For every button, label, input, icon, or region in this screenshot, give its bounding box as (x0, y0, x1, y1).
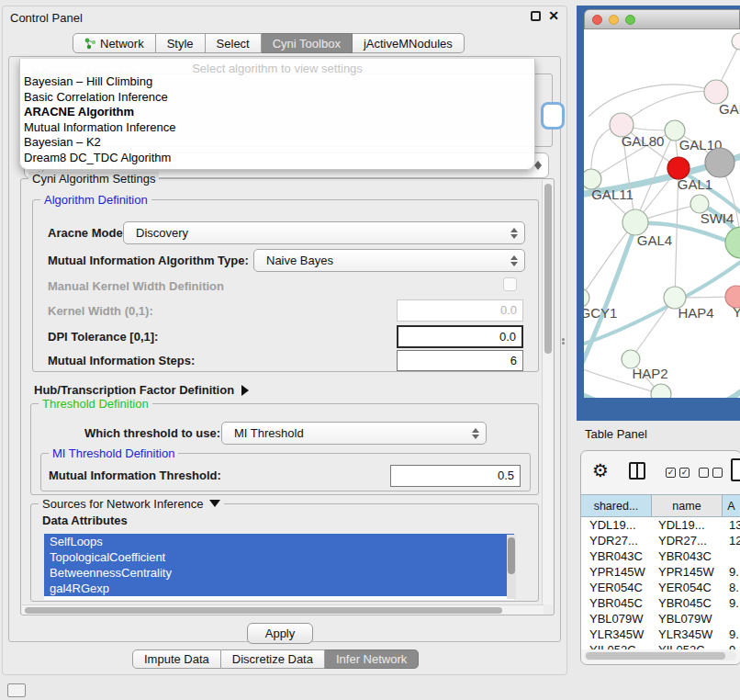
group-title: Algorithm Definition (40, 193, 151, 207)
apply-button[interactable]: Apply (247, 623, 313, 644)
close-button[interactable] (592, 15, 602, 25)
tab-style[interactable]: Style (156, 33, 206, 53)
minimize-button[interactable] (609, 15, 619, 25)
network-node-gal4[interactable] (622, 209, 648, 235)
float-icon[interactable] (531, 11, 541, 21)
attribute-item[interactable]: TopologicalCoefficient (44, 549, 514, 565)
manual-kernel-width-label: Manual Kernel Width Definition (48, 279, 224, 293)
table-row[interactable]: YBR045CYBR045C9. (581, 595, 740, 611)
data-attributes-label: Data Attributes (42, 514, 128, 527)
splitter-grip[interactable] (560, 337, 566, 347)
algorithm-option-highlighted[interactable]: ARACNE Algorithm (20, 105, 534, 120)
deselect-all-icon[interactable] (699, 468, 723, 478)
table-row[interactable]: YLR345WYLR345W9. (581, 627, 740, 642)
table-row[interactable]: YBL079WYBL079W (581, 611, 740, 627)
export-table-icon[interactable] (731, 458, 740, 481)
panel-title: Control Panel (10, 11, 83, 25)
tab-jactivemnodules[interactable]: jActiveMNodules (353, 33, 465, 53)
tab-infer-network[interactable]: Infer Network (325, 649, 419, 669)
network-view[interactable]: GALGAL80GAL10GAL1GAL11SWI4GAL4GCY1HAP4YH… (584, 29, 740, 398)
network-window-titlebar[interactable] (584, 9, 740, 29)
attribute-item[interactable]: SelfLoops (44, 534, 514, 549)
table-horizontal-scrollbar[interactable] (584, 651, 736, 660)
mi-steps-field[interactable]: 6 (397, 350, 523, 371)
scrollbar-thumb[interactable] (508, 537, 515, 574)
combo-value: MI Threshold (234, 426, 304, 440)
table-rows: YDL19...YDL19...13YDR27...YDR27...12YBR0… (581, 517, 740, 649)
algorithm-option[interactable]: Basic Correlation Inference (20, 90, 534, 106)
node-label: GAL1 (678, 176, 712, 192)
spinner-arrows-icon (534, 161, 542, 170)
attribute-item[interactable]: gal4RGexp (44, 581, 514, 596)
network-node[interactable] (725, 227, 740, 258)
tab-cyni-toolbox[interactable]: Cyni Toolbox (262, 33, 353, 53)
hub-definition-expander[interactable]: Hub/Transcription Factor Definition (34, 383, 249, 397)
mi-type-label: Mutual Information Algorithm Type: (48, 254, 249, 267)
bottom-tabs: Impute Data Discretize Data Infer Networ… (132, 649, 419, 669)
table-row[interactable]: YPR145WYPR145W9. (581, 564, 740, 580)
list-vertical-scrollbar[interactable] (507, 535, 516, 599)
tab-discretize-data[interactable]: Discretize Data (221, 649, 325, 669)
kernel-width-field[interactable]: 0.0 (397, 299, 523, 322)
tab-label: jActiveMNodules (364, 37, 453, 51)
mi-threshold-field[interactable]: 0.5 (390, 465, 521, 487)
attribute-item[interactable]: BetweennessCentrality (44, 565, 514, 581)
column-header-shared[interactable]: shared... (581, 494, 652, 517)
network-node-gcy1[interactable] (584, 288, 589, 307)
sources-expander[interactable]: Sources for Network Inference (39, 497, 224, 511)
spinner-arrows-icon (510, 228, 518, 239)
table-cell: YBR045C (581, 595, 652, 611)
scrollbar-thumb[interactable] (544, 184, 552, 354)
select-all-icon[interactable]: ✓✓ (666, 468, 690, 478)
control-panel-tabs: Network Style Select Cyni Toolbox jActiv… (73, 33, 465, 53)
which-threshold-combo[interactable]: MI Threshold (221, 422, 487, 445)
table-row[interactable]: YBR043CYBR043C (581, 548, 740, 564)
algorithm-option[interactable]: Dream8 DC_TDC Algorithm (20, 151, 534, 166)
dpi-tolerance-label: DPI Tolerance [0,1]: (48, 330, 158, 344)
network-node[interactable] (732, 33, 740, 50)
table-cell: YDR27... (652, 533, 723, 548)
mi-algorithm-type-combo[interactable]: Naive Bayes (253, 249, 525, 272)
column-header-name[interactable]: name (652, 494, 723, 517)
table-panel-title: Table Panel (585, 427, 647, 441)
application-window: Control Panel ✕ Network Style Select (0, 0, 740, 700)
table-row[interactable]: YDL19...YDL19...13 (581, 517, 740, 533)
tab-network[interactable]: Network (73, 33, 156, 53)
settings-horizontal-scrollbar[interactable] (22, 604, 544, 615)
algorithm-option[interactable]: Mutual Information Inference (20, 120, 534, 136)
manual-kernel-width-checkbox[interactable] (503, 277, 517, 291)
column-header-partial[interactable]: A (723, 494, 740, 517)
scrollbar-thumb[interactable] (25, 607, 502, 614)
data-attributes-list[interactable]: SelfLoopsTopologicalCoefficientBetweenne… (44, 534, 514, 600)
minimized-panel-icon[interactable] (7, 683, 26, 697)
table-row[interactable]: YER054CYER054C8. (581, 580, 740, 595)
settings-vertical-scrollbar[interactable] (542, 180, 553, 604)
zoom-button[interactable] (625, 15, 635, 25)
settings-gear-icon[interactable]: ⚙ (592, 459, 609, 481)
dpi-tolerance-field[interactable]: 0.0 (397, 325, 523, 348)
algorithm-combo-button[interactable] (541, 102, 565, 130)
close-icon[interactable]: ✕ (548, 8, 559, 23)
node-label: GAL4 (637, 232, 672, 248)
mi-threshold-definition-group: MI Threshold Definition Mutual Informati… (40, 453, 531, 491)
popup-placeholder: Select algorithm to view settings (20, 59, 534, 74)
tab-select[interactable]: Select (206, 33, 262, 53)
tab-impute-data[interactable]: Impute Data (132, 649, 221, 669)
node-label: GAL80 (622, 133, 665, 149)
algorithm-option[interactable]: Bayesian – Hill Climbing (20, 74, 534, 90)
table-cell: YDR27... (581, 533, 652, 548)
table-cell: YLR345W (581, 627, 652, 642)
combo-value: Discovery (136, 226, 188, 240)
scrollbar-thumb[interactable] (586, 652, 725, 660)
column-layout-icon[interactable] (629, 462, 645, 480)
table-row[interactable]: YDR27...YDR27...12 (581, 533, 740, 548)
network-node[interactable] (705, 148, 734, 177)
tab-label: Infer Network (336, 652, 407, 666)
aracne-mode-combo[interactable]: Discovery (123, 221, 525, 244)
table-row[interactable]: YIL052CYIL052C9 (581, 642, 740, 649)
algorithm-option[interactable]: Bayesian – K2 (20, 135, 534, 151)
node-label: GAL (719, 101, 740, 117)
node-label: GCY1 (584, 305, 617, 321)
table-cell: 8. (723, 580, 740, 595)
table-cell: YBR045C (652, 595, 723, 611)
